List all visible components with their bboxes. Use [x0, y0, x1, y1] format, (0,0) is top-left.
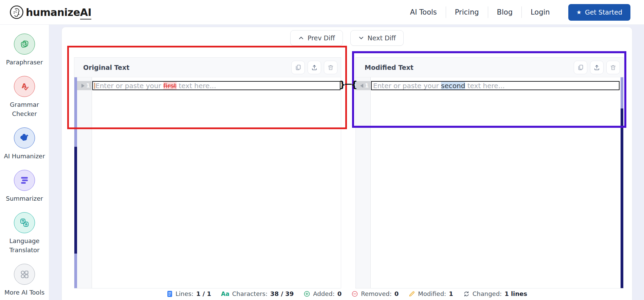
sidebar-item-grammar-checker[interactable]: A Grammar Checker	[3, 76, 46, 118]
top-navbar: humanizeAI AI Tools Pricing Blog Login ★…	[0, 0, 644, 25]
upload-button[interactable]	[590, 61, 604, 74]
status-added: Added:0	[301, 290, 344, 297]
svg-text:A: A	[25, 223, 27, 226]
document-lines-icon	[167, 291, 173, 297]
sidebar-item-more-ai-tools[interactable]: More AI Tools	[3, 264, 46, 297]
tools-sidebar: Paraphraser A Grammar Checker AI Humaniz…	[0, 25, 49, 300]
plus-circle-icon	[303, 291, 310, 297]
modified-panel-title: Modified Text	[365, 64, 413, 71]
trash-icon	[327, 64, 334, 71]
deleted-word: first	[163, 82, 177, 90]
copy-icon	[295, 64, 301, 71]
delete-button[interactable]	[324, 61, 337, 74]
sidebar-item-paraphraser[interactable]: Paraphraser	[3, 34, 46, 67]
summarizer-icon	[14, 170, 35, 191]
original-panel-title: Original Text	[83, 64, 129, 71]
chevron-up-icon	[298, 35, 304, 41]
trash-icon	[610, 64, 617, 71]
status-lines: Lines:1 / 1	[164, 290, 214, 297]
original-text-panel: Original Text	[74, 57, 341, 288]
status-modified: Modified:1	[406, 290, 455, 297]
nav-link-pricing[interactable]: Pricing	[446, 8, 488, 16]
original-panel-actions	[291, 61, 337, 74]
chevron-down-icon	[358, 35, 364, 41]
modified-editor[interactable]: 1 Enter or paste your second text here..…	[356, 77, 623, 288]
modified-text-panel: Modified Text	[355, 57, 624, 288]
original-scrollbar-thumb[interactable]	[74, 147, 77, 254]
modified-panel-actions	[574, 61, 620, 74]
brain-logo-icon	[10, 5, 24, 19]
diff-marker-right-icon	[81, 84, 85, 88]
text-cursor	[94, 83, 95, 89]
delete-button[interactable]	[606, 61, 620, 74]
sidebar-item-ai-humanizer[interactable]: AI Humanizer	[3, 127, 46, 161]
logo-text: humanizeAI	[26, 6, 91, 18]
added-word: second	[441, 82, 465, 90]
logo[interactable]: humanizeAI	[10, 5, 91, 19]
diff-connector: } {	[339, 79, 357, 89]
original-placeholder: Enter or paste your first text here...	[95, 82, 216, 90]
main-background: Prev Diff Next Diff Original Text	[49, 25, 644, 300]
grammar-checker-icon: A	[14, 76, 35, 97]
nav-link-login[interactable]: Login	[522, 8, 559, 16]
nav-link-blog[interactable]: Blog	[488, 8, 521, 16]
original-scrollbar[interactable]	[74, 77, 77, 288]
sidebar-item-language-translator[interactable]: A Language Translator	[3, 212, 46, 255]
copy-button[interactable]	[574, 61, 587, 74]
modified-text-line[interactable]: Enter or paste your second text here...	[371, 81, 620, 90]
star-icon: ★	[576, 9, 582, 15]
sidebar-item-summarizer[interactable]: Summarizer	[3, 170, 46, 203]
prev-diff-button[interactable]: Prev Diff	[290, 30, 343, 46]
sync-arrows-icon	[463, 291, 470, 297]
connector-right-hook: {	[351, 80, 357, 89]
modified-scrollbar-thumb[interactable]	[621, 108, 623, 288]
diff-navigation: Prev Diff Next Diff	[62, 30, 632, 46]
modified-line1-gutter: 1	[356, 81, 371, 90]
copy-button[interactable]	[291, 61, 305, 74]
nav-links: AI Tools Pricing Blog Login ★ Get Starte…	[401, 4, 630, 21]
language-translator-icon: A	[14, 212, 35, 233]
copy-icon	[577, 64, 584, 71]
status-removed: Removed:0	[349, 290, 401, 297]
characters-icon: Aa	[221, 291, 229, 297]
upload-icon	[311, 64, 318, 71]
page: humanizeAI AI Tools Pricing Blog Login ★…	[0, 0, 644, 300]
nav-link-ai-tools[interactable]: AI Tools	[401, 8, 446, 16]
original-line1-gutter: 1	[77, 81, 92, 90]
paraphraser-icon	[14, 34, 35, 55]
modified-scrollbar[interactable]	[621, 77, 623, 288]
diff-status-bar: Lines:1 / 1 Aa Characters:38 / 39 Added:…	[62, 290, 632, 297]
modified-gutter	[356, 77, 371, 288]
status-characters: Aa Characters:38 / 39	[219, 290, 296, 297]
diff-marker-left-icon	[360, 84, 363, 88]
original-editor[interactable]: 1 Enter or paste your first text here...	[74, 77, 341, 288]
original-gutter	[77, 77, 92, 288]
status-changed: Changed:1 lines	[461, 290, 530, 297]
upload-button[interactable]	[308, 61, 321, 74]
ai-humanizer-icon	[14, 127, 35, 148]
original-panel-header: Original Text	[74, 58, 341, 77]
get-started-button[interactable]: ★ Get Started	[568, 4, 630, 21]
next-diff-button[interactable]: Next Diff	[350, 30, 404, 46]
pencil-icon	[408, 291, 415, 297]
modified-panel-header: Modified Text	[356, 58, 623, 77]
more-ai-tools-icon	[14, 264, 35, 285]
diff-tool-card: Prev Diff Next Diff Original Text	[61, 27, 632, 300]
upload-icon	[593, 64, 600, 71]
minus-circle-icon	[351, 291, 358, 297]
modified-placeholder: Enter or paste your second text here...	[373, 82, 505, 90]
original-text-line[interactable]: Enter or paste your first text here...	[92, 81, 341, 90]
